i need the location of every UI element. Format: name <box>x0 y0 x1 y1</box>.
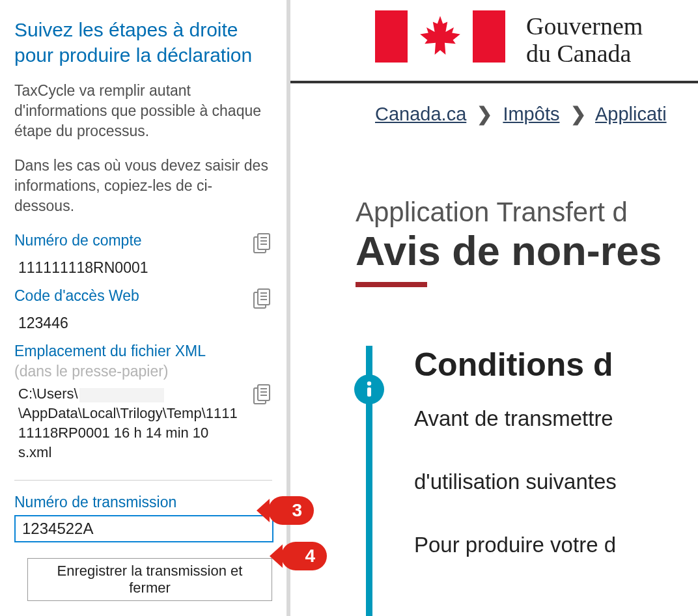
chevron-right-icon: ❯ <box>477 104 492 124</box>
breadcrumb: Canada.ca ❯ Impôts ❯ Applicati <box>290 83 698 132</box>
redacted-username <box>79 388 164 402</box>
gov-wordmark: Gouvernem du Canada <box>526 10 643 68</box>
copy-icon[interactable] <box>253 233 272 255</box>
breadcrumb-link-impots[interactable]: Impôts <box>503 104 559 124</box>
transmission-number-input[interactable] <box>14 515 273 542</box>
step-paragraph: d'utilisation suivantes <box>414 465 698 498</box>
left-panel: Suivez les étapes à droite pour produire… <box>0 0 286 616</box>
chevron-right-icon: ❯ <box>570 104 586 124</box>
xml-path-pre: C:\Users\ <box>18 385 78 402</box>
page-title: Avis de non-res <box>356 231 698 272</box>
step-paragraph: Avant de transmettre <box>414 402 698 435</box>
account-number-value: 111111118RN0001 <box>18 258 272 278</box>
save-transmission-button[interactable]: Enregistrer la transmission et fermer <box>27 558 272 601</box>
annotation-callout-3: 3 <box>268 496 314 525</box>
gov-line1: Gouvernem <box>526 13 643 40</box>
separator <box>14 480 272 481</box>
transmission-number-label: Numéro de transmission <box>14 494 272 511</box>
gov-header: Gouvernem du Canada <box>290 0 698 83</box>
web-access-code-label: Code d'accès Web <box>14 286 139 306</box>
left-panel-paragraph: TaxCycle va remplir autant d'information… <box>14 81 272 141</box>
step-title: Conditions d <box>414 346 698 384</box>
xml-location-sub: (dans le presse-papier) <box>14 361 272 382</box>
steps-area: Conditions d Avant de transmettre d'util… <box>356 346 698 561</box>
copy-icon[interactable] <box>253 384 272 406</box>
breadcrumb-link-application[interactable]: Applicati <box>595 104 667 124</box>
left-panel-title: Suivez les étapes à droite pour produire… <box>14 17 272 68</box>
svg-point-15 <box>367 381 371 385</box>
annotation-callout-4: 4 <box>281 542 327 570</box>
title-underline <box>356 282 427 287</box>
right-panel: Gouvernem du Canada Canada.ca ❯ Impôts ❯… <box>290 0 698 616</box>
canada-flag-icon <box>375 10 505 63</box>
left-panel-paragraph: Dans les cas où vous devez saisir des in… <box>14 156 272 216</box>
breadcrumb-link-canada[interactable]: Canada.ca <box>375 104 466 124</box>
info-icon <box>354 374 384 404</box>
gov-line2: du Canada <box>526 40 643 68</box>
copy-icon[interactable] <box>253 288 272 311</box>
account-number-label: Numéro de compte <box>14 231 142 251</box>
xml-path-post: \AppData\Local\Trilogy\Temp\111111118RP0… <box>18 405 238 460</box>
svg-rect-16 <box>367 387 371 397</box>
xml-location-label: Emplacement du fichier XML <box>14 341 272 361</box>
page-supertitle: Application Transfert d <box>356 197 698 228</box>
xml-location-value: C:\Users\\AppData\Local\Trilogy\Temp\111… <box>18 384 240 462</box>
step-paragraph: Pour produire votre d <box>414 528 698 561</box>
page-heading: Application Transfert d Avis de non-res <box>290 132 698 287</box>
web-access-code-value: 123446 <box>18 313 272 333</box>
